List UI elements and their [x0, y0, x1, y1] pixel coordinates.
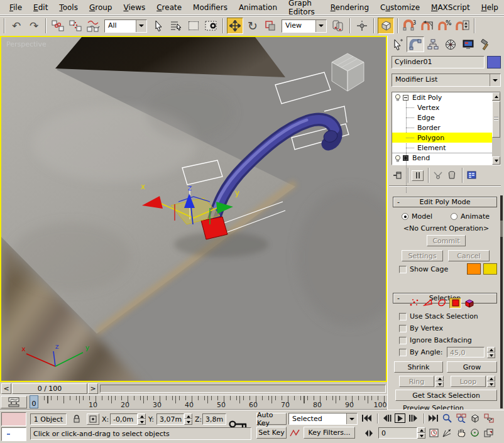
go-to-end-icon[interactable] [427, 413, 439, 424]
modify-tab-icon[interactable] [407, 36, 424, 52]
modifier-enabled-bulb-icon[interactable] [394, 94, 402, 101]
select-and-rotate-icon[interactable]: ↻ [244, 18, 261, 34]
collapse-box-icon[interactable] [403, 95, 408, 101]
stack-row-element[interactable]: Element [392, 143, 500, 153]
commit-button[interactable]: Commit [427, 235, 466, 246]
menu-group[interactable]: Group [84, 1, 118, 14]
dropdown-arrow-icon[interactable] [346, 413, 357, 424]
angle-snap-toggle-icon[interactable] [419, 18, 436, 34]
motion-tab-icon[interactable] [442, 36, 459, 52]
stack-row-edit-poly[interactable]: Edit Poly [392, 92, 500, 102]
object-name-field[interactable]: Cylinder01 [392, 56, 485, 68]
use-pivot-point-center-icon[interactable] [330, 18, 346, 34]
by-angle-checkbox[interactable]: By Angle: [399, 348, 443, 356]
model-radio[interactable]: Model [402, 212, 432, 221]
percent-snap-toggle-icon[interactable]: % [437, 18, 453, 34]
select-by-name-icon[interactable] [168, 18, 184, 34]
menu-maxscript[interactable]: MAXScript [425, 1, 476, 14]
menu-views[interactable]: Views [118, 1, 151, 14]
toolbar-handle[interactable] [4, 18, 5, 33]
pin-stack-icon[interactable] [392, 170, 403, 181]
perspective-viewport[interactable]: x y z x z y Perspective [0, 36, 387, 382]
keyboard-shortcut-override-icon[interactable] [378, 18, 394, 34]
create-tab-icon[interactable] [389, 36, 407, 52]
current-frame-field[interactable]: 0 [378, 427, 417, 439]
select-and-manipulate-icon[interactable] [354, 18, 370, 34]
scroll-down-icon[interactable] [492, 156, 500, 165]
menu-help[interactable]: Help [476, 1, 504, 14]
min-max-toggle-icon[interactable] [483, 427, 495, 438]
window-crossing-toggle-icon[interactable] [203, 18, 219, 34]
open-mini-curve-editor-button[interactable] [1, 396, 27, 408]
y-coordinate-field[interactable]: 3,07m [156, 413, 184, 425]
utilities-tab-icon[interactable] [477, 36, 495, 52]
cage-selected-color-swatch[interactable] [483, 263, 497, 275]
menu-animation[interactable]: Animation [233, 1, 283, 14]
track-bar-ruler[interactable]: 10 20 30 40 50 60 70 80 90 100 0 [29, 395, 386, 409]
stack-row-edge[interactable]: Edge [392, 112, 500, 123]
time-slider[interactable]: 0 / 100 [12, 383, 87, 394]
x-coordinate-field[interactable]: -0,0m [110, 413, 138, 425]
pan-icon[interactable] [455, 427, 467, 438]
polygon-subobject-icon-active[interactable] [449, 298, 461, 309]
select-and-link-icon[interactable] [50, 18, 66, 34]
dropdown-arrow-icon[interactable] [490, 74, 500, 86]
x-spinner[interactable] [138, 413, 146, 425]
stack-row-polygon-selected[interactable]: Polygon [392, 133, 500, 143]
menu-rendering[interactable]: Rendering [325, 1, 375, 14]
menu-edit[interactable]: Edit [28, 1, 53, 14]
configure-modifier-sets-icon[interactable] [466, 170, 478, 181]
frame-spinner[interactable] [417, 427, 425, 439]
menu-file[interactable]: File [4, 1, 28, 14]
by-angle-field[interactable]: 45,0 [447, 347, 485, 358]
ring-button[interactable]: Ring [399, 376, 434, 387]
frame-marker[interactable]: 0 [30, 395, 38, 408]
modifier-enabled-bulb-icon[interactable] [394, 155, 402, 162]
select-object-icon[interactable] [150, 18, 167, 34]
set-key-button[interactable]: Set Key [256, 427, 287, 439]
previous-frame-arrow[interactable]: < [1, 383, 11, 394]
by-angle-spinner[interactable] [487, 347, 495, 358]
menu-create[interactable]: Create [151, 1, 187, 14]
stack-scrollbar[interactable] [492, 92, 501, 165]
previous-frame-icon[interactable] [381, 413, 393, 424]
menu-modifiers[interactable]: Modifiers [187, 1, 233, 14]
stack-row-vertex[interactable]: Vertex [392, 102, 500, 112]
spinner-snap-toggle-icon[interactable] [454, 18, 471, 34]
zoom-icon[interactable] [441, 413, 453, 424]
rectangular-selection-region-icon[interactable] [185, 18, 202, 34]
show-cage-checkbox[interactable]: Show Cage [399, 265, 448, 273]
by-vertex-checkbox[interactable]: By Vertex [399, 324, 443, 332]
scrollbar-thumb[interactable] [492, 101, 500, 138]
next-frame-arrow[interactable]: > [88, 383, 98, 394]
grow-button[interactable]: Grow [447, 361, 497, 373]
loop-button[interactable]: Loop [451, 376, 486, 387]
select-and-scale-icon[interactable] [262, 18, 278, 34]
use-stack-selection-checkbox[interactable]: Use Stack Selection [399, 312, 478, 320]
ignore-backfacing-checkbox[interactable]: Ignore Backfacing [399, 336, 472, 344]
macro-recorder-field[interactable] [1, 412, 26, 426]
go-to-start-icon[interactable] [361, 413, 373, 424]
expand-box-icon[interactable] [403, 155, 408, 161]
settings-button[interactable]: Settings [402, 250, 443, 261]
snaps-toggle-3d-icon[interactable]: 3 [402, 18, 418, 34]
selection-lock-toggle-icon[interactable] [70, 413, 83, 425]
menu-customize[interactable]: Customize [375, 1, 425, 14]
key-filters-button[interactable]: Key Filters... [304, 427, 355, 439]
cage-color-swatch[interactable] [467, 263, 481, 275]
remove-modifier-icon[interactable] [446, 170, 457, 181]
zoom-extents-all-icon[interactable] [483, 413, 495, 424]
scroll-up-icon[interactable] [492, 92, 500, 101]
key-mode-toggle-icon[interactable] [363, 428, 375, 439]
zoom-extents-icon[interactable] [469, 413, 481, 424]
vertex-subobject-icon[interactable] [408, 298, 420, 309]
border-subobject-icon[interactable] [436, 298, 447, 309]
loop-spinner[interactable] [487, 376, 495, 387]
make-unique-icon[interactable] [432, 170, 444, 181]
maxscript-mini-listener[interactable] [1, 427, 26, 441]
unlink-selection-icon[interactable] [67, 18, 84, 34]
menu-tools[interactable]: Tools [53, 1, 84, 14]
dropdown-arrow-icon[interactable] [315, 20, 326, 32]
get-stack-selection-button[interactable]: Get Stack Selection [395, 390, 497, 401]
edge-subobject-icon[interactable] [422, 298, 434, 309]
